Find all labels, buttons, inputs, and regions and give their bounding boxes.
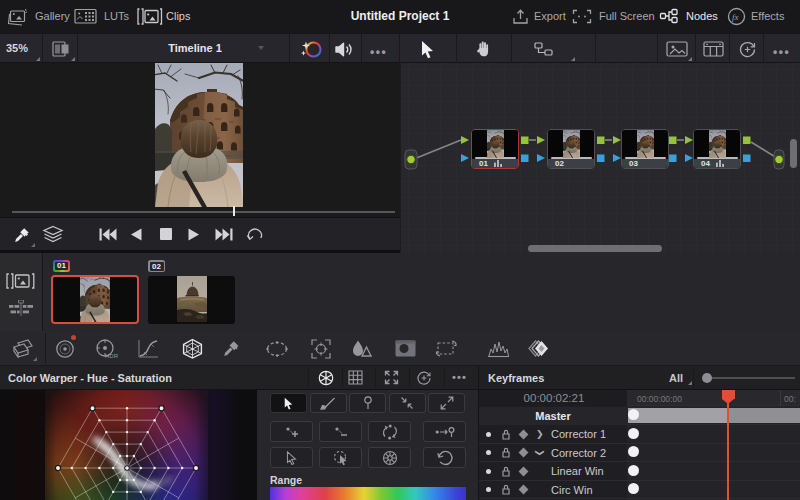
svg-text:fx: fx (732, 12, 739, 22)
svg-text:HDR: HDR (105, 353, 118, 359)
